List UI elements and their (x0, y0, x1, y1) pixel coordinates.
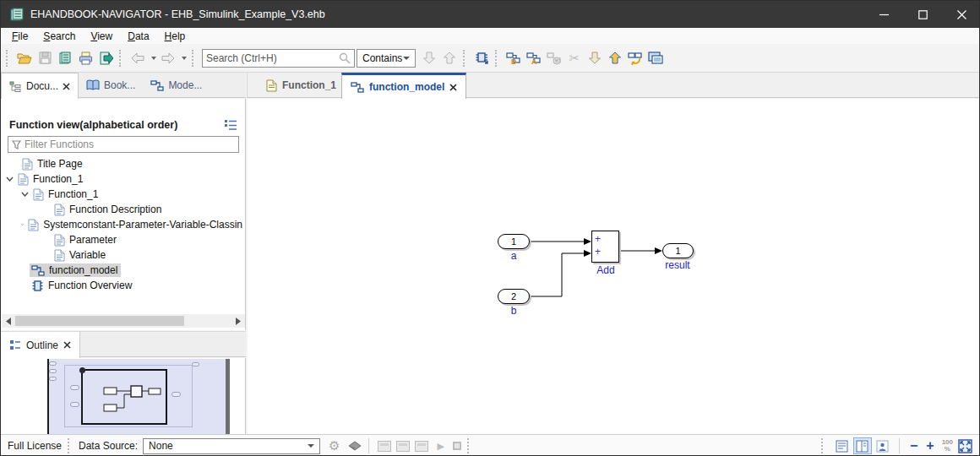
step-into-button[interactable] (585, 48, 605, 68)
open-file-button[interactable] (14, 48, 35, 68)
tree-item-function-overview[interactable]: Function Overview (31, 278, 132, 293)
ebook-button[interactable] (55, 48, 75, 68)
tab-documents[interactable]: Docu... (1, 73, 79, 99)
document-icon (266, 79, 277, 92)
reload-model-button[interactable] (625, 48, 645, 68)
back-button[interactable] (128, 48, 148, 68)
measure-window-icon[interactable] (378, 441, 391, 452)
tree-item-function1[interactable]: Function_1 (6, 171, 83, 187)
model-icon (150, 80, 164, 91)
back-history-dropdown[interactable] (148, 48, 158, 68)
outline-scrollbar[interactable] (226, 359, 230, 434)
save-icon (39, 52, 52, 64)
search-mode-label: Contains (362, 52, 402, 64)
model-d-icon: D (506, 52, 521, 65)
cut-path-button[interactable]: ✂ (564, 48, 585, 68)
outline-port (49, 361, 57, 366)
data-source-dropdown[interactable]: None (143, 438, 320, 454)
tree-item-variable[interactable]: Variable (54, 247, 106, 263)
tab-function1[interactable]: Function_1 (256, 73, 346, 98)
document-icon (22, 158, 33, 171)
tree-horizontal-scrollbar[interactable] (2, 314, 245, 328)
search-mode-dropdown[interactable]: Contains (357, 49, 416, 68)
menu-help[interactable]: Help (157, 30, 193, 43)
measure-close-icon[interactable] (396, 441, 410, 452)
next-result-button[interactable] (419, 48, 439, 68)
outport-result-label: result (652, 259, 703, 271)
show-data-labels-button[interactable]: D (504, 48, 524, 68)
start-measurement-icon[interactable]: ▶ (438, 441, 444, 452)
tree-item-title-page[interactable]: Title Page (22, 156, 83, 171)
zoom-out-button[interactable]: − (906, 438, 922, 453)
tab-function1-label: Function_1 (282, 79, 336, 91)
menu-file[interactable]: File (4, 30, 35, 43)
zoom-in-button[interactable]: + (922, 438, 938, 453)
scroll-right-arrow[interactable] (231, 318, 245, 325)
toolbar-separator (192, 50, 198, 67)
split-view-button[interactable] (853, 437, 872, 454)
expand-model-button[interactable] (471, 48, 492, 68)
close-button[interactable] (942, 1, 980, 28)
chevron-expanded-icon[interactable] (21, 192, 29, 197)
maximize-button[interactable] (903, 1, 942, 28)
show-annotations-button[interactable]: A (524, 48, 544, 68)
database-icon[interactable] (347, 441, 362, 451)
document-icon (18, 173, 29, 186)
menu-view[interactable]: View (83, 30, 120, 43)
tab-models[interactable]: Mode... (143, 73, 210, 98)
view-menu-icon[interactable] (224, 119, 237, 131)
settings-gear-icon[interactable]: ⚙ (329, 438, 340, 453)
menu-data[interactable]: Data (120, 30, 156, 43)
measure-values-icon[interactable] (415, 441, 428, 452)
inport-b-block[interactable]: 2 (498, 289, 530, 304)
zoom-reset-button[interactable]: 100 % (942, 439, 953, 453)
outport-result-block[interactable]: 1 (662, 243, 694, 258)
tab-outline[interactable]: Outline (1, 332, 80, 358)
inport-b-label: b (498, 305, 530, 317)
chevron-expanded-icon[interactable] (6, 176, 14, 182)
chevron-expanded-icon[interactable] (21, 222, 24, 227)
outline-port (49, 369, 57, 373)
tree-item-label: Function Overview (48, 280, 132, 291)
menu-bar: File Search View Data Help (1, 28, 980, 44)
export-ebook-button[interactable] (95, 48, 116, 68)
print-button[interactable] (75, 48, 95, 68)
forward-history-dropdown[interactable] (178, 48, 188, 68)
previous-result-button[interactable] (439, 48, 460, 68)
menu-search[interactable]: Search (35, 30, 83, 43)
tree-item-label: function_model (49, 264, 117, 276)
single-page-view-button[interactable] (833, 437, 852, 454)
stop-measurement-icon[interactable] (453, 442, 461, 450)
open-in-window-button[interactable] (645, 48, 666, 68)
down-arrow-tan-icon (589, 52, 601, 64)
tab-bookmarks[interactable]: Book... (79, 73, 143, 98)
tree-item-function1-child[interactable]: Function_1 (21, 187, 98, 202)
step-out-button[interactable] (605, 48, 625, 68)
tree-item-function-model[interactable]: function_model (30, 263, 121, 278)
filter-input[interactable] (24, 138, 235, 150)
close-icon[interactable] (63, 83, 70, 90)
view-title: Function view(alphabetical order) (9, 119, 177, 131)
add-block[interactable]: + + (591, 231, 619, 263)
close-icon[interactable] (449, 84, 457, 91)
detail-view-button[interactable] (874, 437, 892, 454)
tree-item-function-description[interactable]: Function Description (54, 202, 161, 217)
forward-button[interactable] (158, 48, 178, 68)
toolbar-drag-handle (6, 50, 12, 67)
plus-sign: + (595, 235, 601, 243)
scrollbar-thumb[interactable] (15, 316, 184, 326)
hide-blocks-button[interactable] (544, 48, 564, 68)
search-input[interactable] (206, 52, 339, 64)
inport-a-block[interactable]: 1 (498, 234, 530, 249)
tree-item-parameter[interactable]: Parameter (54, 232, 117, 247)
minimize-button[interactable] (864, 1, 903, 28)
fit-to-screen-button[interactable] (958, 439, 972, 453)
tab-function-model[interactable]: function_model (341, 73, 466, 99)
export-ebook-icon (99, 52, 113, 65)
close-icon[interactable] (63, 341, 71, 349)
save-button[interactable] (35, 48, 55, 68)
scroll-left-arrow[interactable] (2, 318, 15, 325)
print-icon (79, 52, 93, 65)
tree-item-systemconstant[interactable]: Systemconstant-Parameter-Variable-Classi… (21, 217, 242, 232)
book-icon (86, 79, 100, 91)
